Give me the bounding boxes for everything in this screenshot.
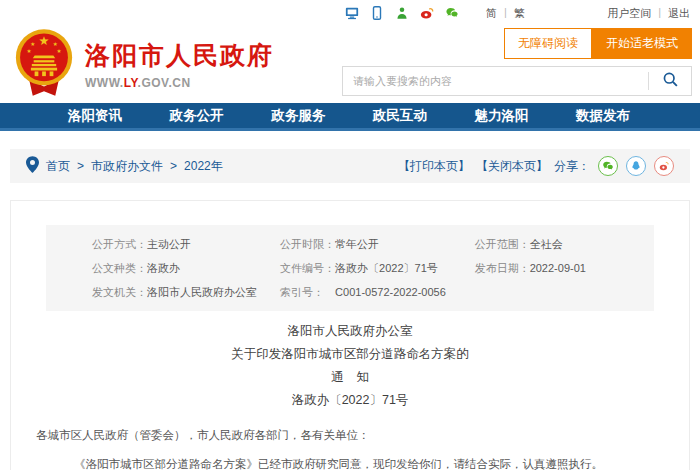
- share-label: 分享：: [554, 158, 590, 175]
- app-icon[interactable]: [395, 6, 409, 20]
- site-url-highlight: LY: [124, 76, 138, 90]
- accessibility-reading-button[interactable]: 无障碍阅读: [504, 28, 592, 59]
- qq-share-icon[interactable]: [626, 156, 646, 176]
- meta-publish-date: 发布日期：2022-09-01: [475, 256, 654, 280]
- search-button[interactable]: [649, 67, 691, 95]
- document-body: 各城市区人民政府（管委会），市人民政府各部门，各有关单位： 《洛阳市城市区部分道…: [11, 421, 689, 470]
- main-navigation: 洛阳资讯 政务公开 政务服务 政民互动 魅力洛阳 数据发布: [0, 103, 700, 131]
- mobile-phone-icon[interactable]: [370, 6, 384, 20]
- breadcrumb-city-gov-documents[interactable]: 市政府办文件: [91, 158, 163, 175]
- user-links-divider: |: [658, 6, 661, 21]
- site-title-block: 洛阳市人民政府 WWW.LY.GOV.CN: [85, 39, 274, 90]
- language-switch: 简 | 繁: [486, 6, 525, 21]
- document-meta-table: 公开方式：主动公开 公开时限：常年公开 公开范围：全社会 公文种类：洛政办 文件…: [46, 225, 654, 311]
- logout-link[interactable]: 退出: [668, 6, 690, 21]
- utility-bar: 简 | 繁 用户空间 | 退出: [0, 0, 700, 26]
- document-title-line: 通 知: [11, 366, 689, 389]
- nav-item-data-release[interactable]: 数据发布: [576, 107, 630, 125]
- search-icon: [662, 71, 679, 91]
- wechat-icon[interactable]: [445, 6, 459, 20]
- search-input[interactable]: [343, 75, 648, 87]
- svg-text:★: ★: [26, 47, 31, 53]
- nav-item-charming-luoyang[interactable]: 魅力洛阳: [474, 107, 528, 125]
- breadcrumb-separator: >: [170, 159, 177, 173]
- utility-icons: [345, 6, 459, 20]
- site-url-suffix: .GOV.CN: [138, 76, 191, 90]
- document-title: 洛阳市人民政府办公室 关于印发洛阳市城市区部分道路命名方案的 通 知 洛政办〔2…: [11, 320, 689, 412]
- user-links: 用户空间 | 退出: [607, 6, 690, 21]
- document-title-line: 关于印发洛阳市城市区部分道路命名方案的: [11, 343, 689, 366]
- site-url: WWW.LY.GOV.CN: [85, 76, 274, 90]
- breadcrumb-current-year: 2022年: [184, 158, 223, 175]
- meta-document-type: 公文种类：洛政办: [46, 256, 280, 280]
- national-emblem-icon: ★ ★ ★ ★ ★: [14, 28, 74, 102]
- nav-item-luoyang-news[interactable]: 洛阳资讯: [68, 107, 122, 125]
- breadcrumb-home[interactable]: 首页: [46, 158, 70, 175]
- meta-disclosure-scope: 公开范围：全社会: [475, 232, 654, 256]
- site-url-prefix: WWW.: [85, 76, 124, 90]
- wechat-share-icon[interactable]: [598, 156, 618, 176]
- document-title-line: 洛阳市人民政府办公室: [11, 320, 689, 343]
- weibo-icon[interactable]: [420, 6, 434, 20]
- lang-divider: |: [504, 6, 507, 21]
- svg-text:★: ★: [30, 41, 35, 47]
- meta-document-number: 文件编号：洛政办〔2022〕71号: [280, 256, 475, 280]
- svg-text:★: ★: [56, 47, 61, 53]
- breadcrumb-bar: 首页 > 市政府办文件 > 2022年 【打印本页】 【关闭本页】 分享：: [10, 149, 690, 183]
- document-content-card: 公开方式：主动公开 公开时限：常年公开 公开范围：全社会 公文种类：洛政办 文件…: [10, 200, 690, 470]
- meta-disclosure-period: 公开时限：常年公开: [280, 232, 475, 256]
- site-logo[interactable]: ★ ★ ★ ★ ★ 洛阳市人民政府 WWW.LY.GOV.CN: [14, 26, 274, 103]
- user-space-link[interactable]: 用户空间: [607, 6, 651, 21]
- header-buttons: 无障碍阅读 开始适老模式: [342, 28, 692, 59]
- page: 简 | 繁 用户空间 | 退出 ★ ★ ★ ★ ★: [0, 0, 700, 470]
- site-header: ★ ★ ★ ★ ★ 洛阳市人民政府 WWW.LY.GOV.CN: [0, 26, 700, 103]
- svg-text:★: ★: [53, 41, 58, 47]
- svg-text:★: ★: [39, 34, 50, 48]
- location-pin-icon: [26, 156, 39, 176]
- print-page-link[interactable]: 【打印本页】: [398, 158, 470, 175]
- site-name: 洛阳市人民政府: [85, 39, 274, 72]
- weibo-share-icon[interactable]: [654, 156, 674, 176]
- page-actions: 【打印本页】 【关闭本页】 分享：: [398, 156, 674, 176]
- breadcrumb: 首页 > 市政府办文件 > 2022年: [26, 156, 223, 176]
- document-paragraph: 各城市区人民政府（管委会），市人民政府各部门，各有关单位：: [36, 421, 664, 450]
- meta-index-number: 索引号：C001-0572-2022-0056: [280, 280, 475, 304]
- breadcrumb-separator: >: [77, 159, 84, 173]
- nav-item-gov-services[interactable]: 政务服务: [271, 107, 325, 125]
- close-page-link[interactable]: 【关闭本页】: [476, 158, 548, 175]
- nav-item-public-interaction[interactable]: 政民互动: [373, 107, 427, 125]
- document-number-line: 洛政办〔2022〕71号: [11, 389, 689, 412]
- elder-mode-button[interactable]: 开始适老模式: [592, 28, 692, 59]
- desktop-icon[interactable]: [345, 6, 359, 20]
- meta-issuing-agency: 发文机关：洛阳市人民政府办公室: [46, 280, 280, 304]
- nav-item-gov-disclosure[interactable]: 政务公开: [170, 107, 224, 125]
- document-paragraph: 《洛阳市城市区部分道路命名方案》已经市政府研究同意，现印发给你们，请结合实际，认…: [36, 450, 664, 470]
- meta-disclosure-method: 公开方式：主动公开: [46, 232, 280, 256]
- header-right: 无障碍阅读 开始适老模式: [342, 28, 692, 96]
- lang-traditional[interactable]: 繁: [514, 6, 525, 21]
- search-bar: [342, 66, 692, 96]
- lang-simplified[interactable]: 简: [486, 6, 497, 21]
